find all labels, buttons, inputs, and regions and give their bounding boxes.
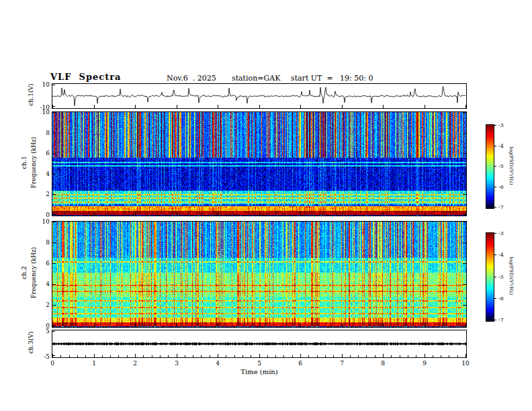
tick-mark [463, 222, 466, 222]
tick-mark [52, 212, 53, 216]
tick-mark [77, 355, 78, 357]
tick-mark [383, 355, 384, 357]
tick-mark [463, 153, 466, 154]
x-tick-label: 1 [87, 360, 101, 367]
tick-mark [425, 355, 425, 357]
header-start-ut: start UT = 19: 50: 0 [291, 74, 373, 83]
colorbar-tick-label: -6 [498, 184, 504, 190]
tick-mark [52, 174, 56, 175]
tick-mark [259, 324, 260, 327]
tick-mark [177, 324, 177, 327]
tick-mark [317, 355, 318, 357]
tick-mark [201, 355, 202, 357]
tick-mark [193, 355, 193, 357]
tick-mark [52, 263, 56, 264]
tick-mark [383, 105, 384, 108]
y-tick-label: 2 [32, 191, 50, 197]
tick-mark [494, 298, 496, 299]
tick-mark [52, 331, 55, 332]
tick-mark [441, 355, 441, 357]
ch2-spectrogram-channel-label: ch.2 [21, 259, 28, 286]
tick-mark [383, 212, 384, 216]
tick-mark [185, 355, 185, 357]
tick-mark [251, 355, 251, 357]
tick-mark [400, 355, 400, 357]
tick-mark [463, 112, 466, 113]
tick-mark [168, 355, 169, 357]
y-tick-label: 5 [32, 328, 50, 334]
colorbar-ch2-gradient [486, 233, 494, 321]
tick-mark [494, 320, 496, 320]
ch2-spectrogram-panel [52, 221, 467, 328]
tick-mark [94, 324, 95, 327]
y-tick-label: 10 [32, 218, 50, 225]
x-axis-title: Time (min) [229, 368, 290, 375]
tick-mark [494, 233, 496, 234]
tick-mark [342, 324, 343, 327]
x-tick-label: 0 [45, 360, 60, 367]
header-date: Nov.6 . 2025 [167, 74, 216, 83]
y-tick-label: 4 [32, 171, 50, 177]
tick-mark [300, 105, 301, 108]
y-tick-label: 8 [32, 239, 50, 246]
tick-mark [463, 305, 466, 306]
x-tick-label: 10 [458, 360, 473, 367]
y-tick-label: 6 [32, 150, 50, 156]
x-tick-label: 7 [335, 360, 349, 367]
tick-mark [52, 153, 56, 154]
tick-mark [283, 355, 284, 357]
tick-mark [267, 355, 268, 357]
tick-mark [52, 242, 56, 243]
tick-mark [308, 355, 309, 357]
tick-mark [52, 133, 56, 134]
tick-mark [60, 355, 61, 357]
tick-mark [466, 212, 466, 216]
colorbar-tick-label: -4 [498, 252, 504, 258]
tick-mark [118, 355, 119, 357]
x-tick-label: 2 [128, 360, 142, 367]
y-tick-label: -10 [32, 104, 50, 111]
tick-mark [333, 355, 334, 357]
tick-mark [110, 355, 111, 357]
colorbar-tick-label: -5 [498, 163, 504, 169]
tick-mark [210, 355, 210, 357]
tick-mark [94, 355, 95, 357]
ch1-spectrogram-axis-label: Frequency (kHz) [30, 126, 37, 199]
tick-mark [494, 277, 496, 277]
ch3-waveform-canvas [52, 330, 466, 357]
ch2-spectrogram-axis-label: Frequency (kHz) [30, 236, 37, 310]
y-tick-label: 10 [32, 81, 50, 88]
tick-mark [457, 355, 458, 357]
tick-mark [94, 212, 95, 216]
tick-mark [494, 255, 496, 255]
tick-mark [259, 212, 260, 216]
y-tick-label: 4 [32, 281, 50, 287]
tick-mark [375, 355, 375, 357]
tick-mark [52, 355, 53, 357]
tick-mark [342, 212, 343, 216]
tick-mark [52, 85, 55, 85]
tick-mark [292, 355, 293, 357]
tick-mark [52, 194, 56, 195]
tick-mark [69, 355, 70, 357]
tick-mark [218, 212, 218, 216]
tick-mark [449, 355, 449, 357]
colorbar-tick-label: -7 [498, 317, 504, 323]
y-tick-label: 0 [32, 212, 50, 218]
tick-mark [300, 355, 301, 357]
ch1-spectrogram-channel-label: ch.1 [21, 149, 28, 176]
tick-mark [325, 355, 326, 357]
tick-mark [52, 284, 56, 285]
tick-mark [383, 324, 384, 327]
tick-mark [358, 355, 359, 357]
tick-mark [300, 212, 301, 216]
tick-mark [494, 166, 496, 167]
tick-mark [160, 355, 161, 357]
x-tick-label: 3 [169, 360, 184, 367]
x-tick-label: 6 [293, 360, 308, 367]
tick-mark [463, 194, 466, 195]
tick-mark [463, 133, 466, 134]
y-tick-label: -5 [32, 353, 50, 360]
y-tick-label: 8 [32, 130, 50, 136]
colorbar-ch1-title: log(PSD)(V²/Hz) [508, 136, 514, 196]
